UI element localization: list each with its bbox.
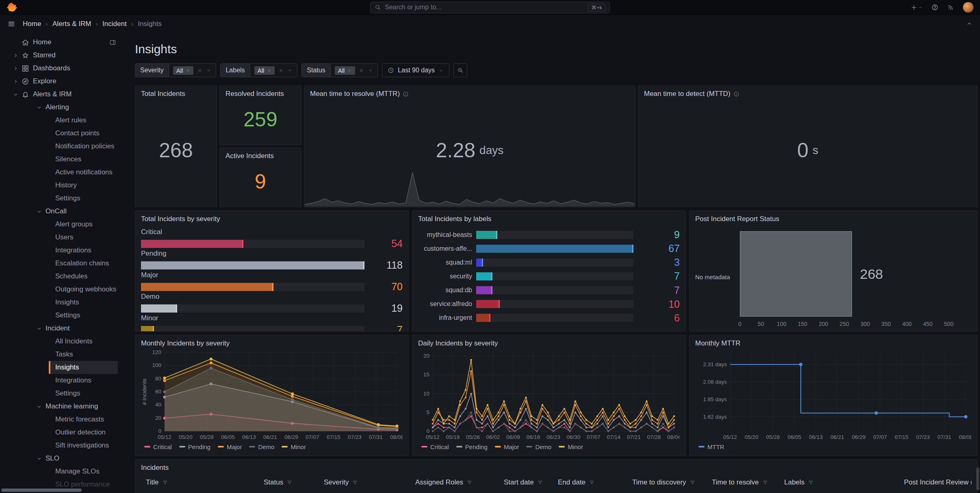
remove-value-icon[interactable]	[267, 68, 271, 73]
sidebar-item-contact-points[interactable]: Contact points	[49, 127, 118, 140]
clear-filter-icon[interactable]	[359, 68, 364, 73]
sidebar-item-settings[interactable]: Settings	[49, 309, 118, 322]
chevron-right-icon[interactable]	[11, 65, 20, 72]
filter-value-chip[interactable]: All	[173, 66, 194, 75]
sidebar-item-escalation-chains[interactable]: Escalation chains	[49, 257, 118, 270]
sidebar-item-users[interactable]: Users	[49, 231, 118, 244]
column-header-status[interactable]: Status	[264, 478, 324, 486]
legend-item[interactable]: Major	[218, 443, 242, 450]
chevron-down-icon[interactable]	[368, 67, 373, 73]
filter-value-chip[interactable]: All	[254, 66, 275, 75]
sidebar-item-insights[interactable]: Insights	[49, 361, 118, 374]
sidebar-item-explore[interactable]: Explore	[0, 75, 123, 88]
sidebar-item-sift-investigations[interactable]: Sift investigations	[49, 439, 118, 452]
avatar[interactable]	[963, 2, 973, 13]
chevron-down-icon[interactable]	[34, 404, 44, 410]
filter-labels[interactable]: LabelsAll	[220, 63, 297, 77]
column-header-time-to-discovery[interactable]: Time to discovery	[632, 478, 712, 486]
sidebar-scrollbar[interactable]	[1, 489, 82, 492]
filter-funnel-icon[interactable]	[763, 480, 768, 485]
chevron-right-icon[interactable]	[11, 52, 20, 59]
sidebar-item-starred[interactable]: Starred	[0, 49, 123, 62]
sidebar-item-outlier-detection[interactable]: Outlier detection	[49, 426, 118, 439]
chevron-down-icon[interactable]	[34, 208, 44, 215]
legend-item[interactable]: Critical	[421, 443, 449, 450]
sidebar-item-machine-learning[interactable]: Machine learning	[34, 400, 123, 413]
legend-item[interactable]: Demo	[526, 443, 551, 450]
sidebar-item-metric-forecasts[interactable]: Metric forecasts	[49, 413, 118, 426]
sidebar-item-incident[interactable]: Incident	[34, 322, 123, 335]
sidebar-item-active-notifications[interactable]: Active notifications	[49, 166, 118, 179]
legend-item[interactable]: Demo	[249, 443, 274, 450]
sidebar-item-alert-groups[interactable]: Alert groups	[49, 218, 118, 231]
sidebar-item-settings[interactable]: Settings	[49, 387, 118, 400]
sidebar-item-manage-slos[interactable]: Manage SLOs	[49, 465, 118, 478]
time-range-picker[interactable]: Last 90 days	[382, 63, 449, 77]
remove-value-icon[interactable]	[347, 68, 352, 73]
dock-sidebar-icon[interactable]	[109, 39, 116, 46]
column-header-time-to-resolve[interactable]: Time to resolve	[712, 478, 784, 486]
search-input[interactable]: ⌘+k	[370, 2, 610, 13]
filter-status[interactable]: StatusAll	[301, 63, 378, 77]
filter-funnel-icon[interactable]	[538, 480, 543, 485]
sidebar-item-alert-rules[interactable]: Alert rules	[49, 114, 118, 127]
menu-togg le-icon[interactable]	[7, 20, 15, 28]
sidebar-item-oncall[interactable]: OnCall	[34, 205, 123, 218]
remove-value-icon[interactable]	[186, 68, 190, 73]
page-scrollbar[interactable]	[976, 467, 979, 490]
grafana-logo[interactable]	[7, 2, 17, 13]
sidebar-item-integrations[interactable]: Integrations	[49, 244, 118, 257]
clear-filter-icon[interactable]	[278, 68, 284, 73]
chevron-down-icon[interactable]	[34, 104, 44, 111]
filter-funnel-icon[interactable]	[808, 480, 813, 485]
sidebar-item-schedules[interactable]: Schedules	[49, 270, 118, 283]
legend-item[interactable]: Minor	[282, 443, 306, 450]
help-icon[interactable]	[931, 4, 939, 11]
sidebar-item-slo[interactable]: SLO	[34, 452, 123, 465]
legend-item[interactable]: Critical	[144, 443, 172, 450]
chevron-down-icon[interactable]	[206, 67, 212, 73]
chevron-down-icon[interactable]	[287, 67, 293, 73]
chevron-up-icon[interactable]	[966, 20, 973, 27]
chevron-down-icon[interactable]	[11, 91, 20, 98]
legend-item[interactable]: Pending	[456, 443, 488, 450]
sidebar-item-silences[interactable]: Silences	[49, 153, 118, 166]
column-header-post-incident-review[interactable]: Post Incident Review (	[904, 478, 971, 486]
sidebar-item-settings[interactable]: Settings	[49, 192, 118, 205]
filter-funnel-icon[interactable]	[467, 480, 472, 485]
sidebar-item-integrations[interactable]: Integrations	[49, 374, 118, 387]
filter-funnel-icon[interactable]	[163, 480, 168, 485]
breadcrumb-item[interactable]: Home	[23, 20, 41, 28]
new-button[interactable]	[911, 4, 923, 11]
zoom-out-button[interactable]	[453, 63, 467, 77]
legend-item[interactable]: Pending	[179, 443, 210, 450]
sidebar-item-home[interactable]: Home	[0, 36, 123, 49]
breadcrumb-item[interactable]: Alerts & IRM	[52, 20, 91, 28]
sidebar-item-all-incidents[interactable]: All Incidents	[49, 335, 118, 348]
filter-severity[interactable]: SeverityAll	[135, 63, 216, 77]
chevron-right-icon[interactable]	[11, 78, 20, 85]
filter-funnel-icon[interactable]	[352, 480, 358, 485]
column-header-severity[interactable]: Severity	[324, 478, 415, 486]
column-header-title[interactable]: Title	[146, 478, 264, 486]
filter-funnel-icon[interactable]	[589, 480, 594, 485]
breadcrumb-item[interactable]: Incident	[102, 20, 127, 28]
search-field[interactable]	[385, 4, 584, 11]
legend-item[interactable]: Minor	[559, 443, 583, 450]
chevron-down-icon[interactable]	[34, 326, 44, 332]
news-icon[interactable]	[947, 4, 954, 11]
sidebar-item-insights[interactable]: Insights	[49, 296, 118, 309]
clear-filter-icon[interactable]	[197, 68, 202, 73]
filter-funnel-icon[interactable]	[690, 480, 695, 485]
sidebar-item-dashboards[interactable]: Dashboards	[0, 62, 123, 75]
legend-item[interactable]: MTTR	[698, 443, 724, 450]
column-header-assigned-roles[interactable]: Assigned Roles	[415, 478, 504, 486]
legend-item[interactable]: Major	[495, 443, 519, 450]
chevron-down-icon[interactable]	[34, 456, 44, 462]
column-header-end-date[interactable]: End date	[558, 478, 632, 486]
column-header-start-date[interactable]: Start date	[504, 478, 558, 486]
sidebar-item-notification-policies[interactable]: Notification policies	[49, 140, 118, 153]
filter-funnel-icon[interactable]	[287, 480, 292, 485]
sidebar-item-outgoing-webhooks[interactable]: Outgoing webhooks	[49, 283, 118, 296]
column-header-labels[interactable]: Labels	[784, 478, 904, 486]
